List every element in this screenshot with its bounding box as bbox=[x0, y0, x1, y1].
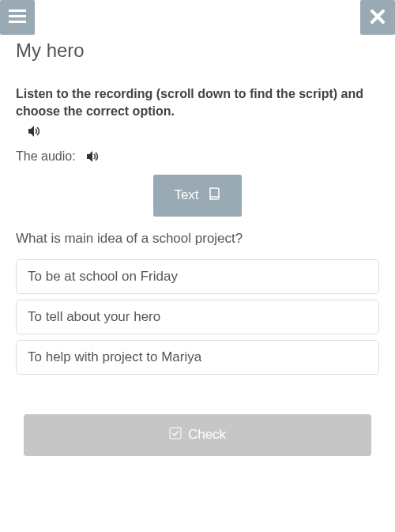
option-3[interactable]: To help with project to Mariya bbox=[16, 340, 379, 375]
svg-rect-3 bbox=[170, 428, 181, 439]
check-button-label: Check bbox=[188, 427, 226, 443]
hamburger-icon bbox=[9, 9, 26, 26]
question-text: What is main idea of a school project? bbox=[16, 231, 379, 247]
instruction-text: Listen to the recording (scroll down to … bbox=[16, 85, 379, 121]
svg-rect-2 bbox=[9, 21, 26, 23]
text-button-label: Text bbox=[174, 187, 198, 203]
audio-label: The audio: bbox=[16, 149, 76, 164]
speaker-icon[interactable] bbox=[28, 126, 41, 137]
svg-rect-0 bbox=[9, 9, 26, 12]
option-1[interactable]: To be at school on Friday bbox=[16, 259, 379, 294]
close-button[interactable] bbox=[360, 0, 395, 35]
book-icon bbox=[209, 187, 221, 204]
check-button[interactable]: Check bbox=[24, 414, 371, 456]
option-2[interactable]: To tell about your hero bbox=[16, 300, 379, 334]
close-icon bbox=[370, 9, 386, 27]
svg-rect-1 bbox=[9, 15, 26, 17]
options-list: To be at school on Friday To tell about … bbox=[16, 259, 379, 375]
page-title: My hero bbox=[16, 40, 379, 62]
menu-button[interactable] bbox=[0, 0, 35, 35]
text-button[interactable]: Text bbox=[153, 175, 241, 217]
speaker-icon[interactable] bbox=[87, 151, 100, 162]
check-icon bbox=[169, 427, 182, 443]
